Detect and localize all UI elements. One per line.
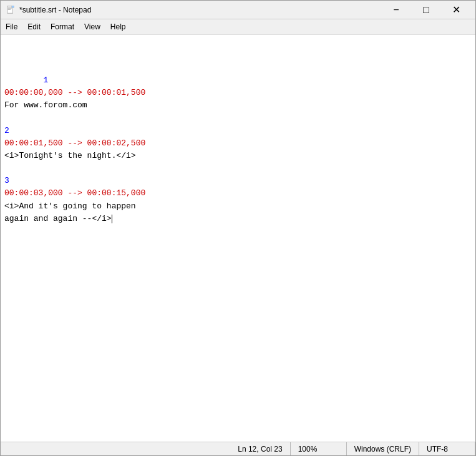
editor-content: 1 00:00:00,000 --> 00:00:01,500 For www.…: [4, 62, 472, 238]
menu-bar: FileEditFormatViewHelp: [1, 19, 475, 35]
line-1-text: For www.forom.com: [4, 100, 87, 110]
window-title: *subtitle.srt - Notepad: [19, 6, 382, 14]
status-line-ending: Windows (CRLF): [347, 442, 419, 455]
menu-item-view[interactable]: View: [79, 21, 105, 33]
svg-rect-2: [8, 8, 12, 9]
line-3-text-1: <i>And it's going to happen: [4, 201, 136, 211]
line-3-number: 3: [4, 176, 9, 185]
menu-item-edit[interactable]: Edit: [22, 21, 46, 33]
svg-rect-1: [8, 7, 12, 7]
line-2-number: 2: [4, 126, 9, 135]
line-2-timecode: 00:00:01,500 --> 00:00:02,500: [4, 138, 145, 148]
status-encoding: UTF-8: [419, 442, 475, 455]
menu-item-format[interactable]: Format: [46, 21, 79, 33]
svg-rect-4: [12, 6, 14, 8]
window-controls: − □ ✕: [382, 1, 470, 19]
menu-item-help[interactable]: Help: [105, 21, 131, 33]
content-area: 1 00:00:00,000 --> 00:00:01,500 For www.…: [1, 35, 475, 442]
title-bar: *subtitle.srt - Notepad − □ ✕: [1, 1, 475, 19]
minimize-button[interactable]: −: [382, 1, 410, 19]
close-button[interactable]: ✕: [442, 1, 470, 19]
status-bar: Ln 12, Col 23 100% Windows (CRLF) UTF-8: [1, 442, 475, 455]
text-editor[interactable]: 1 00:00:00,000 --> 00:00:01,500 For www.…: [1, 35, 475, 442]
line-3-text-2: again and again --</i>: [4, 214, 112, 223]
notepad-window: *subtitle.srt - Notepad − □ ✕ FileEditFo…: [0, 0, 476, 456]
app-icon: [6, 5, 16, 15]
line-1-timecode: 00:00:00,000 --> 00:00:01,500: [4, 88, 145, 97]
menu-item-file[interactable]: File: [1, 21, 22, 33]
line-3-timecode: 00:00:03,000 --> 00:00:15,000: [4, 188, 145, 198]
svg-rect-3: [8, 9, 11, 10]
status-position: Ln 12, Col 23: [230, 442, 290, 455]
line-1-number: 1: [43, 75, 48, 85]
status-zoom: 100%: [291, 442, 347, 455]
text-cursor: [112, 215, 112, 223]
line-2-text: <i>Tonight's the night.</i>: [4, 151, 136, 160]
maximize-button[interactable]: □: [412, 1, 440, 19]
